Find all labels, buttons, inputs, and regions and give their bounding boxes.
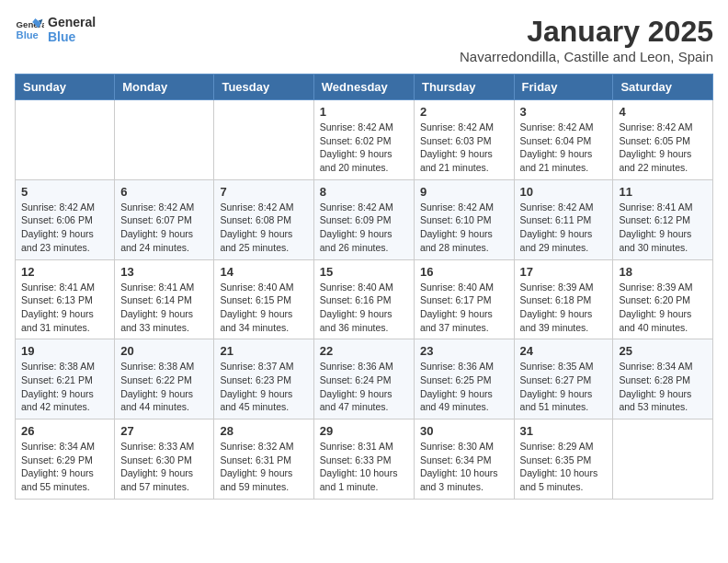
day-number: 25: [619, 344, 707, 358]
svg-text:Blue: Blue: [17, 29, 39, 40]
calendar-cell: 1Sunrise: 8:42 AM Sunset: 6:02 PM Daylig…: [313, 100, 414, 180]
day-number: 20: [120, 344, 208, 358]
day-number: 22: [320, 344, 408, 358]
cell-content: Sunrise: 8:32 AM Sunset: 6:31 PM Dayligh…: [220, 440, 307, 494]
cell-content: Sunrise: 8:36 AM Sunset: 6:24 PM Dayligh…: [320, 360, 408, 414]
cell-content: Sunrise: 8:40 AM Sunset: 6:17 PM Dayligh…: [420, 281, 508, 335]
weekday-header: Monday: [115, 75, 214, 100]
calendar-cell: [16, 100, 115, 180]
cell-content: Sunrise: 8:42 AM Sunset: 6:02 PM Dayligh…: [320, 121, 408, 175]
cell-content: Sunrise: 8:42 AM Sunset: 6:05 PM Dayligh…: [619, 121, 707, 175]
day-number: 10: [520, 185, 608, 199]
day-number: 2: [420, 105, 508, 119]
weekday-header: Saturday: [613, 75, 713, 100]
day-number: 11: [619, 185, 707, 199]
calendar-cell: 27Sunrise: 8:33 AM Sunset: 6:30 PM Dayli…: [115, 419, 214, 500]
cell-content: Sunrise: 8:41 AM Sunset: 6:13 PM Dayligh…: [21, 281, 108, 335]
calendar-cell: 30Sunrise: 8:30 AM Sunset: 6:34 PM Dayli…: [414, 419, 514, 500]
day-number: 6: [120, 185, 208, 199]
cell-content: Sunrise: 8:40 AM Sunset: 6:16 PM Dayligh…: [320, 281, 408, 335]
day-number: 26: [21, 424, 108, 438]
location-subtitle: Navarredondilla, Castille and Leon, Spai…: [460, 49, 713, 64]
weekday-header: Wednesday: [313, 75, 414, 100]
calendar-cell: 19Sunrise: 8:38 AM Sunset: 6:21 PM Dayli…: [16, 339, 115, 419]
calendar-cell: 2Sunrise: 8:42 AM Sunset: 6:03 PM Daylig…: [414, 100, 514, 180]
day-number: 19: [21, 344, 108, 358]
calendar-cell: 21Sunrise: 8:37 AM Sunset: 6:23 PM Dayli…: [214, 339, 313, 419]
cell-content: Sunrise: 8:35 AM Sunset: 6:27 PM Dayligh…: [520, 360, 608, 414]
calendar-cell: 26Sunrise: 8:34 AM Sunset: 6:29 PM Dayli…: [16, 419, 115, 500]
calendar-cell: 14Sunrise: 8:40 AM Sunset: 6:15 PM Dayli…: [214, 259, 313, 339]
weekday-header: Friday: [514, 75, 613, 100]
calendar-cell: 3Sunrise: 8:42 AM Sunset: 6:04 PM Daylig…: [514, 100, 613, 180]
day-number: 28: [220, 424, 307, 438]
day-number: 23: [420, 344, 508, 358]
cell-content: Sunrise: 8:42 AM Sunset: 6:10 PM Dayligh…: [420, 201, 508, 255]
logo-line1: General: [48, 15, 96, 29]
cell-content: Sunrise: 8:41 AM Sunset: 6:12 PM Dayligh…: [619, 201, 707, 255]
weekday-header: Sunday: [16, 75, 115, 100]
month-title: January 2025: [460, 15, 713, 49]
day-number: 31: [520, 424, 608, 438]
title-block: January 2025 Navarredondilla, Castille a…: [460, 15, 713, 64]
cell-content: Sunrise: 8:38 AM Sunset: 6:22 PM Dayligh…: [120, 360, 208, 414]
cell-content: Sunrise: 8:36 AM Sunset: 6:25 PM Dayligh…: [420, 360, 508, 414]
logo-line2: Blue: [48, 29, 96, 44]
page-header: General Blue General Blue January 2025 N…: [15, 15, 713, 64]
header-row: SundayMondayTuesdayWednesdayThursdayFrid…: [16, 75, 713, 100]
calendar-cell: 4Sunrise: 8:42 AM Sunset: 6:05 PM Daylig…: [613, 100, 713, 180]
calendar-cell: 6Sunrise: 8:42 AM Sunset: 6:07 PM Daylig…: [115, 179, 214, 259]
calendar-cell: 22Sunrise: 8:36 AM Sunset: 6:24 PM Dayli…: [313, 339, 414, 419]
calendar-week-row: 12Sunrise: 8:41 AM Sunset: 6:13 PM Dayli…: [16, 259, 713, 339]
calendar-cell: 15Sunrise: 8:40 AM Sunset: 6:16 PM Dayli…: [313, 259, 414, 339]
calendar-cell: 5Sunrise: 8:42 AM Sunset: 6:06 PM Daylig…: [16, 179, 115, 259]
day-number: 15: [320, 265, 408, 279]
day-number: 18: [619, 265, 707, 279]
calendar-cell: 8Sunrise: 8:42 AM Sunset: 6:09 PM Daylig…: [313, 179, 414, 259]
calendar-cell: 16Sunrise: 8:40 AM Sunset: 6:17 PM Dayli…: [414, 259, 514, 339]
cell-content: Sunrise: 8:34 AM Sunset: 6:28 PM Dayligh…: [619, 360, 707, 414]
cell-content: Sunrise: 8:38 AM Sunset: 6:21 PM Dayligh…: [21, 360, 108, 414]
logo-icon: General Blue: [15, 15, 44, 44]
cell-content: Sunrise: 8:37 AM Sunset: 6:23 PM Dayligh…: [220, 360, 307, 414]
cell-content: Sunrise: 8:42 AM Sunset: 6:09 PM Dayligh…: [320, 201, 408, 255]
cell-content: Sunrise: 8:39 AM Sunset: 6:20 PM Dayligh…: [619, 281, 707, 335]
calendar-table: SundayMondayTuesdayWednesdayThursdayFrid…: [15, 74, 713, 500]
cell-content: Sunrise: 8:31 AM Sunset: 6:33 PM Dayligh…: [320, 440, 408, 494]
cell-content: Sunrise: 8:29 AM Sunset: 6:35 PM Dayligh…: [520, 440, 608, 494]
calendar-cell: 11Sunrise: 8:41 AM Sunset: 6:12 PM Dayli…: [613, 179, 713, 259]
cell-content: Sunrise: 8:42 AM Sunset: 6:04 PM Dayligh…: [520, 121, 608, 175]
day-number: 9: [420, 185, 508, 199]
day-number: 13: [120, 265, 208, 279]
calendar-week-row: 5Sunrise: 8:42 AM Sunset: 6:06 PM Daylig…: [16, 179, 713, 259]
logo: General Blue General Blue: [15, 15, 96, 44]
day-number: 8: [320, 185, 408, 199]
day-number: 14: [220, 265, 307, 279]
calendar-cell: 23Sunrise: 8:36 AM Sunset: 6:25 PM Dayli…: [414, 339, 514, 419]
calendar-cell: 13Sunrise: 8:41 AM Sunset: 6:14 PM Dayli…: [115, 259, 214, 339]
calendar-cell: 25Sunrise: 8:34 AM Sunset: 6:28 PM Dayli…: [613, 339, 713, 419]
cell-content: Sunrise: 8:41 AM Sunset: 6:14 PM Dayligh…: [120, 281, 208, 335]
cell-content: Sunrise: 8:42 AM Sunset: 6:07 PM Dayligh…: [120, 201, 208, 255]
calendar-cell: 12Sunrise: 8:41 AM Sunset: 6:13 PM Dayli…: [16, 259, 115, 339]
calendar-cell: 7Sunrise: 8:42 AM Sunset: 6:08 PM Daylig…: [214, 179, 313, 259]
calendar-cell: 10Sunrise: 8:42 AM Sunset: 6:11 PM Dayli…: [514, 179, 613, 259]
calendar-week-row: 1Sunrise: 8:42 AM Sunset: 6:02 PM Daylig…: [16, 100, 713, 180]
cell-content: Sunrise: 8:39 AM Sunset: 6:18 PM Dayligh…: [520, 281, 608, 335]
day-number: 3: [520, 105, 608, 119]
cell-content: Sunrise: 8:42 AM Sunset: 6:06 PM Dayligh…: [21, 201, 108, 255]
day-number: 12: [21, 265, 108, 279]
day-number: 4: [619, 105, 707, 119]
calendar-cell: 31Sunrise: 8:29 AM Sunset: 6:35 PM Dayli…: [514, 419, 613, 500]
day-number: 7: [220, 185, 307, 199]
weekday-header: Tuesday: [214, 75, 313, 100]
cell-content: Sunrise: 8:33 AM Sunset: 6:30 PM Dayligh…: [120, 440, 208, 494]
calendar-cell: 9Sunrise: 8:42 AM Sunset: 6:10 PM Daylig…: [414, 179, 514, 259]
calendar-body: 1Sunrise: 8:42 AM Sunset: 6:02 PM Daylig…: [16, 100, 713, 500]
calendar-cell: 20Sunrise: 8:38 AM Sunset: 6:22 PM Dayli…: [115, 339, 214, 419]
calendar-week-row: 19Sunrise: 8:38 AM Sunset: 6:21 PM Dayli…: [16, 339, 713, 419]
calendar-cell: 24Sunrise: 8:35 AM Sunset: 6:27 PM Dayli…: [514, 339, 613, 419]
day-number: 24: [520, 344, 608, 358]
day-number: 5: [21, 185, 108, 199]
calendar-cell: 29Sunrise: 8:31 AM Sunset: 6:33 PM Dayli…: [313, 419, 414, 500]
